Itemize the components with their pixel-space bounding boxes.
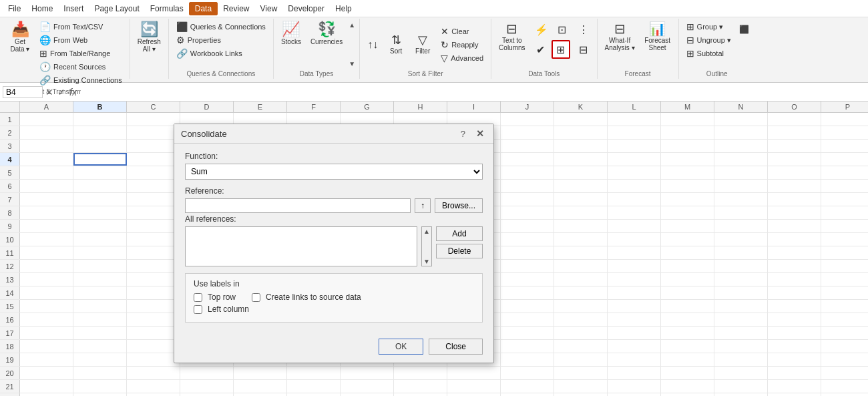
row-number-19[interactable]: 19 xyxy=(0,353,20,366)
sheet-cell[interactable] xyxy=(554,140,608,152)
sheet-cell[interactable] xyxy=(234,393,287,396)
col-header-n[interactable]: N xyxy=(714,102,768,112)
sheet-cell[interactable] xyxy=(661,153,714,166)
col-header-c[interactable]: C xyxy=(127,102,180,112)
sheet-cell[interactable] xyxy=(73,153,127,166)
stocks-button[interactable]: 📈 Stocks xyxy=(278,20,304,47)
row-number-8[interactable]: 8 xyxy=(0,206,20,219)
sheet-cell[interactable] xyxy=(127,286,180,299)
sheet-cell[interactable] xyxy=(608,180,661,192)
sheet-cell[interactable] xyxy=(661,220,714,232)
sheet-cell[interactable] xyxy=(714,180,768,192)
sheet-cell[interactable] xyxy=(714,353,768,366)
sheet-cell[interactable] xyxy=(20,367,73,379)
from-web-button[interactable]: 🌐 From Web xyxy=(36,33,126,47)
sheet-cell[interactable] xyxy=(20,393,73,396)
sheet-cell[interactable] xyxy=(554,220,608,232)
sheet-cell[interactable] xyxy=(20,246,73,259)
cell-reference-input[interactable] xyxy=(3,86,43,98)
sheet-cell[interactable] xyxy=(768,393,821,396)
row-number-3[interactable]: 3 xyxy=(0,140,20,152)
sheet-cell[interactable] xyxy=(20,153,73,166)
col-header-d[interactable]: D xyxy=(180,102,234,112)
sheet-cell[interactable] xyxy=(20,313,73,326)
sheet-cell[interactable] xyxy=(554,260,608,272)
subtotal-button[interactable]: ⊞ Subtotal xyxy=(683,47,734,60)
top-row-checkbox[interactable] xyxy=(194,293,202,302)
sheet-cell[interactable] xyxy=(127,313,180,326)
sheet-cell[interactable] xyxy=(554,193,608,206)
col-header-l[interactable]: L xyxy=(608,102,661,112)
sheet-cell[interactable] xyxy=(821,353,868,366)
sheet-cell[interactable] xyxy=(501,313,554,326)
workbook-links-button[interactable]: 🔗 Workbook Links xyxy=(173,47,269,60)
sheet-cell[interactable] xyxy=(608,246,661,259)
sheet-cell[interactable] xyxy=(554,113,608,126)
sheet-cell[interactable] xyxy=(554,153,608,166)
sheet-cell[interactable] xyxy=(73,180,127,192)
sheet-cell[interactable] xyxy=(501,233,554,246)
sheet-cell[interactable] xyxy=(821,300,868,313)
row-number-20[interactable]: 20 xyxy=(0,367,20,379)
sheet-cell[interactable] xyxy=(73,380,127,393)
row-number-10[interactable]: 10 xyxy=(0,233,20,246)
reapply-button[interactable]: ↻ Reapply xyxy=(437,38,487,51)
formula-confirm-icon[interactable]: ✓ xyxy=(57,87,65,97)
from-text-csv-button[interactable]: 📄 From Text/CSV xyxy=(36,20,126,33)
sheet-cell[interactable] xyxy=(127,233,180,246)
sheet-cell[interactable] xyxy=(661,246,714,259)
row-number-13[interactable]: 13 xyxy=(0,273,20,286)
sheet-cell[interactable] xyxy=(501,193,554,206)
from-table-button[interactable]: ⊞ From Table/Range xyxy=(36,47,126,60)
col-header-h[interactable]: H xyxy=(394,102,447,112)
sheet-cell[interactable] xyxy=(73,220,127,232)
sheet-cell[interactable] xyxy=(127,380,180,393)
sheet-cell[interactable] xyxy=(20,193,73,206)
sheet-cell[interactable] xyxy=(501,126,554,139)
sheet-cell[interactable] xyxy=(608,353,661,366)
left-column-label[interactable]: Left column xyxy=(208,305,249,314)
sheet-cell[interactable] xyxy=(661,367,714,379)
sheet-cell[interactable] xyxy=(714,113,768,126)
sheet-cell[interactable] xyxy=(608,153,661,166)
sheet-cell[interactable] xyxy=(608,233,661,246)
sheet-cell[interactable] xyxy=(714,327,768,339)
row-number-5[interactable]: 5 xyxy=(0,166,20,179)
sheet-cell[interactable] xyxy=(127,246,180,259)
sort-asc-button[interactable]: ↑↓ xyxy=(364,37,381,52)
sheet-cell[interactable] xyxy=(127,206,180,219)
menu-file[interactable]: File xyxy=(3,3,26,15)
sheet-cell[interactable] xyxy=(821,327,868,339)
col-header-a[interactable]: A xyxy=(20,102,73,112)
col-header-j[interactable]: J xyxy=(501,102,554,112)
sheet-cell[interactable] xyxy=(661,180,714,192)
sheet-cell[interactable] xyxy=(73,367,127,379)
sheet-cell[interactable] xyxy=(821,153,868,166)
sheet-cell[interactable] xyxy=(127,393,180,396)
sheet-cell[interactable] xyxy=(73,393,127,396)
sheet-cell[interactable] xyxy=(608,340,661,353)
sheet-cell[interactable] xyxy=(73,126,127,139)
sheet-cell[interactable] xyxy=(73,246,127,259)
sheet-cell[interactable] xyxy=(20,260,73,272)
sheet-cell[interactable] xyxy=(714,260,768,272)
sheet-cell[interactable] xyxy=(501,353,554,366)
sheet-cell[interactable] xyxy=(821,313,868,326)
sheet-cell[interactable] xyxy=(714,367,768,379)
row-number-17[interactable]: 17 xyxy=(0,327,20,339)
sheet-cell[interactable] xyxy=(73,286,127,299)
row-number-6[interactable]: 6 xyxy=(0,180,20,192)
sheet-cell[interactable] xyxy=(394,380,447,393)
sheet-cell[interactable] xyxy=(501,273,554,286)
sheet-cell[interactable] xyxy=(661,140,714,152)
sheet-cell[interactable] xyxy=(20,327,73,339)
remove-duplicates-button[interactable]: ⊡ xyxy=(553,20,572,39)
sheet-cell[interactable] xyxy=(768,300,821,313)
sheet-cell[interactable] xyxy=(821,380,868,393)
row-number-16[interactable]: 16 xyxy=(0,313,20,326)
row-number-15[interactable]: 15 xyxy=(0,300,20,313)
sheet-cell[interactable] xyxy=(501,166,554,179)
sheet-cell[interactable] xyxy=(661,353,714,366)
sheet-cell[interactable] xyxy=(73,140,127,152)
col-header-o[interactable]: O xyxy=(768,102,821,112)
